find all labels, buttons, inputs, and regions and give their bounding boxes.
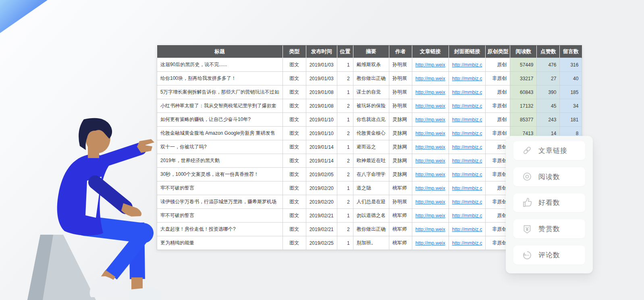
article-link[interactable]: http://mp.weix xyxy=(415,62,445,68)
cover-image-link[interactable]: http://mmbiz.c xyxy=(452,76,482,81)
menu-item-label: 评论数 xyxy=(538,250,560,260)
cell-title: 更为精纯的能量 xyxy=(157,236,283,250)
cell-type: 图文 xyxy=(283,154,306,168)
cell-cover: http://mmbiz.c xyxy=(449,223,486,236)
menu-item-文章链接[interactable]: 文章链接 xyxy=(513,141,585,160)
cell-cover: http://mmbiz.c xyxy=(449,99,486,113)
cover-image-link[interactable]: http://mmbiz.c xyxy=(452,199,482,205)
cell-author: 灵脉网 xyxy=(389,140,412,154)
article-link[interactable]: http://mp.weix xyxy=(415,240,445,246)
cell-link: http://mp.weix xyxy=(412,85,449,99)
column-header-title: 标题 xyxy=(157,46,283,58)
cell-link: http://mp.weix xyxy=(412,154,449,168)
cell-title: 这届90后的黑历史，说不完...... xyxy=(157,58,283,72)
column-header-author: 作者 xyxy=(389,46,412,58)
table-row: 如何更有策略的赚钱，让自己少奋斗10年?图文2019/01/101你也就这点见灵… xyxy=(157,113,582,127)
cell-type: 图文 xyxy=(283,209,306,223)
cell-type: 图文 xyxy=(283,236,306,250)
cell-pos: 1 xyxy=(337,236,353,250)
cover-image-link[interactable]: http://mmbiz.c xyxy=(452,103,482,109)
cell-link: http://mp.weix xyxy=(412,72,449,85)
cell-orig: 原创 xyxy=(486,85,510,99)
article-link[interactable]: http://mp.weix xyxy=(415,131,445,136)
cover-image-link[interactable]: http://mmbiz.c xyxy=(452,131,482,136)
article-link[interactable]: http://mp.weix xyxy=(415,185,445,191)
cell-summary: 教你做出正确 xyxy=(353,223,389,236)
menu-item-label: 阅读数 xyxy=(538,172,560,181)
cell-pos: 2 xyxy=(337,72,353,85)
article-link[interactable]: http://mp.weix xyxy=(415,144,445,150)
cell-cover: http://mmbiz.c xyxy=(449,154,486,168)
menu-item-label: 赞赏数 xyxy=(538,224,560,233)
cover-image-link[interactable]: http://mmbiz.c xyxy=(452,240,482,246)
page: { "colors": { "header_bg": "#595a5c", "l… xyxy=(0,0,644,300)
cell-reads: 33217 xyxy=(510,72,537,85)
article-link[interactable]: http://mp.weix xyxy=(415,117,445,123)
cell-date: 2019/01/08 xyxy=(306,99,337,113)
table-row: 给你100块，别再给我发拼多多了！图文2019/01/032教你做出正确孙明展h… xyxy=(157,72,582,85)
cell-link: http://mp.weix xyxy=(412,140,449,154)
cell-date: 2019/02/21 xyxy=(306,223,337,236)
menu-item-阅读数[interactable]: 阅读数 xyxy=(513,167,585,186)
cover-image-link[interactable]: http://mmbiz.c xyxy=(452,144,482,150)
cell-cover: http://mmbiz.c xyxy=(449,195,486,209)
cell-summary: 教你做出正确 xyxy=(353,72,389,85)
cover-image-link[interactable]: http://mmbiz.c xyxy=(452,185,482,191)
column-header-type: 类型 xyxy=(283,46,306,58)
cell-author: 桃军师 xyxy=(389,181,412,195)
cell-title: 如何更有策略的赚钱，让自己少奋斗10年? xyxy=(157,113,283,127)
cell-cover: http://mmbiz.c xyxy=(449,236,486,250)
cell-author: 灵脉网 xyxy=(389,113,412,127)
cell-link: http://mp.weix xyxy=(412,181,449,195)
menu-item-好看数[interactable]: 好看数 xyxy=(513,194,585,212)
cell-author: 灵脉网 xyxy=(389,127,412,140)
cell-cover: http://mmbiz.c xyxy=(449,127,486,140)
table-row: 这届90后的黑历史，说不完......图文2019/01/031戴维斯双杀孙明展… xyxy=(157,58,582,72)
cell-author: 桃军师 xyxy=(389,209,412,223)
cover-image-link[interactable]: http://mmbiz.c xyxy=(452,90,482,95)
article-link[interactable]: http://mp.weix xyxy=(415,103,445,109)
cell-comments: 40 xyxy=(560,72,582,85)
cell-cover: http://mmbiz.c xyxy=(449,140,486,154)
column-header-date: 发布时间 xyxy=(306,46,337,58)
cover-image-link[interactable]: http://mmbiz.c xyxy=(452,62,482,68)
cover-image-link[interactable]: http://mmbiz.c xyxy=(452,158,482,164)
article-link[interactable]: http://mp.weix xyxy=(415,172,445,177)
cell-title: 牢不可破的誓言 xyxy=(157,181,283,195)
cell-type: 图文 xyxy=(283,72,306,85)
cell-author: 孙明展 xyxy=(389,99,412,113)
link-icon xyxy=(522,145,532,156)
cell-pos: 1 xyxy=(337,181,353,195)
article-link[interactable]: http://mp.weix xyxy=(415,90,445,95)
comment-icon xyxy=(522,250,532,260)
article-link[interactable]: http://mp.weix xyxy=(415,213,445,219)
cover-image-link[interactable]: http://mmbiz.c xyxy=(452,117,482,123)
article-link[interactable]: http://mp.weix xyxy=(415,158,445,164)
cell-author: 孙明展 xyxy=(389,58,412,72)
article-link[interactable]: http://mp.weix xyxy=(415,199,445,205)
cell-author: 灵脉网 xyxy=(389,154,412,168)
cell-date: 2019/01/08 xyxy=(306,85,337,99)
person-illustration xyxy=(24,117,161,300)
article-link[interactable]: http://mp.weix xyxy=(415,227,445,232)
cell-title: 读伊顿公学万卷书，行温莎城堡万里路，赚希斯罗机场 xyxy=(157,195,283,209)
cell-reads: 17132 xyxy=(510,99,537,113)
column-header-likes: 点赞数 xyxy=(537,46,560,58)
column-header-orig: 原创类型 xyxy=(486,46,510,58)
cover-image-link[interactable]: http://mmbiz.c xyxy=(452,213,482,219)
cell-summary: 道之隐 xyxy=(353,181,389,195)
cell-type: 图文 xyxy=(283,85,306,99)
menu-item-赞赏数[interactable]: 赞赏数 xyxy=(513,219,585,238)
cell-date: 2019/01/03 xyxy=(306,58,337,72)
menu-item-评论数[interactable]: 评论数 xyxy=(513,246,585,265)
cell-cover: http://mmbiz.c xyxy=(449,181,486,195)
cell-summary: 人们总是在迎 xyxy=(353,195,389,209)
cover-image-link[interactable]: http://mmbiz.c xyxy=(452,172,482,177)
cover-image-link[interactable]: http://mmbiz.c xyxy=(452,227,482,232)
cell-title: 30秒，1000个文案灵感，这有一份真香推荐！ xyxy=(157,168,283,181)
article-link[interactable]: http://mp.weix xyxy=(415,76,445,81)
menu-item-label: 好看数 xyxy=(538,198,560,207)
cell-date: 2019/02/05 xyxy=(306,168,337,181)
cell-date: 2019/02/25 xyxy=(306,236,337,250)
menu-item-label: 文章链接 xyxy=(538,146,567,155)
